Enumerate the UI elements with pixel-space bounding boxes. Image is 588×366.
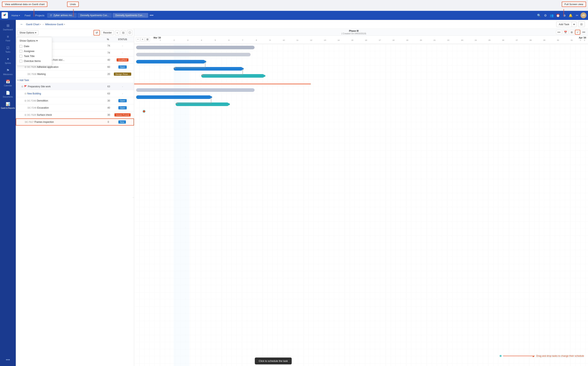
nav-more-tabs[interactable]: •••: [149, 13, 154, 17]
sidebar: ⊞ Dashboard ≡ Feed ☑ Tasks ✦ Sprints ⚑ M…: [0, 20, 16, 183]
gantt-icon: 📊: [6, 102, 10, 106]
gantt-mar-label: Mar '20: [154, 37, 294, 39]
sidebar-item-feed[interactable]: ≡ Feed: [0, 33, 16, 44]
status-badge-open: Open: [118, 65, 127, 69]
breadcrumb-gantt-label: Gantt Chart: [26, 23, 39, 26]
status-badge-open: Open: [118, 99, 127, 102]
task-name-cell: ⊙ DC-T629 Adhesive application: [17, 66, 105, 69]
gantt-bar-new-building[interactable]: [136, 88, 255, 92]
info-button[interactable]: ⓘ: [127, 30, 132, 36]
nav-tab-zylker[interactable]: ⏱ Zylker airlines mo...: [47, 13, 77, 18]
calendar-icon: 📅: [6, 79, 10, 84]
gantt-dot-t630: [263, 75, 265, 77]
task-id: DC-T630: [28, 73, 37, 75]
task-name-text[interactable]: Adhesive application: [37, 66, 59, 69]
expand-icon[interactable]: ⊙: [24, 99, 26, 102]
option-date[interactable]: Date: [20, 44, 49, 49]
breadcrumb-gantt-chart[interactable]: Gantt Chart ▾: [26, 23, 41, 26]
app-logo: [2, 12, 8, 19]
sidebar-item-tasks[interactable]: ☑ Tasks: [0, 44, 16, 55]
gantt-bar-t629[interactable]: [174, 67, 243, 70]
task-name-text[interactable]: Frames inspection: [35, 121, 54, 123]
gantt-bar-row2[interactable]: [136, 53, 251, 56]
sidebar-item-documents[interactable]: 📄 Documents: [0, 89, 16, 100]
task-name-cell: ⊙ DC-T248 Demolition: [17, 99, 105, 102]
back-button[interactable]: ←: [19, 22, 24, 26]
zoom-grid-button[interactable]: ⊞: [145, 37, 150, 41]
task-name-text[interactable]: Excavation: [37, 107, 49, 109]
checkbox-task-title[interactable]: [20, 55, 22, 58]
task-name-text-new-building[interactable]: New Building: [27, 92, 41, 95]
task-name-text[interactable]: Marking: [37, 73, 46, 76]
gantt-bar-row1[interactable]: [136, 46, 255, 49]
task-pct: 30: [105, 99, 113, 102]
breadcrumb-separator: ›: [43, 23, 44, 26]
sidebar-item-calendar[interactable]: 📅 Calendar: [0, 77, 16, 89]
option-overdue-label: Overdue Items: [24, 60, 41, 62]
table-row: DC-T249 Excavation 40 Open: [16, 104, 134, 111]
task-name-text[interactable]: Surface check: [37, 114, 52, 116]
gantt-bar-t601[interactable]: [136, 60, 205, 63]
task-status: -: [113, 52, 132, 54]
status-badge-design: Design Rese...: [114, 73, 131, 76]
add-task-link-1[interactable]: + Add Task: [16, 78, 134, 83]
documents-icon: 📄: [6, 91, 10, 95]
option-assignee[interactable]: Assignee: [20, 49, 49, 53]
sidebar-label-gantt: Gantt & Reports: [1, 107, 15, 109]
task-status: -: [113, 44, 132, 47]
undo-button[interactable]: ↺: [94, 30, 100, 36]
gantt-date-header: − + ⊞ Mar '20 Apr '20: [134, 36, 294, 44]
task-name-text[interactable]: Preparatory Site work: [28, 85, 50, 88]
table-row: ⊙ 🚩 Preparatory Site work 63 -: [16, 83, 134, 90]
gantt-bar-t248[interactable]: [136, 95, 211, 99]
highlight-column: [174, 44, 189, 183]
header-pct: %: [104, 38, 112, 41]
link-button[interactable]: ⛓: [121, 30, 126, 35]
table-row: DC-T630 Marking 20 Design Rese...: [16, 70, 134, 78]
zoom-in-button[interactable]: +: [141, 37, 145, 41]
expand-icon[interactable]: ⊙: [21, 85, 23, 88]
task-name-text[interactable]: Demolition: [37, 99, 48, 102]
show-options-button[interactable]: Show Options ▾: [17, 30, 39, 35]
gantt-bar-t249[interactable]: [176, 102, 229, 106]
nav-home[interactable]: Home ▾: [9, 13, 22, 18]
sidebar-item-dashboard[interactable]: ⊞ Dashboard: [0, 22, 16, 33]
task-name-cell: DC-T617 Frames inspection: [18, 121, 104, 123]
checkbox-assignee[interactable]: [20, 50, 22, 53]
task-id: DC-T248: [27, 99, 36, 102]
sidebar-item-gantt[interactable]: 📊 Gantt & Reports: [0, 100, 16, 111]
nav-feed[interactable]: Feed: [23, 13, 32, 18]
top-nav: Home ▾ Feed Projects ⏱ Zylker airlines m…: [0, 11, 294, 20]
grid-background: [134, 44, 294, 183]
nav-tab-donnelly2[interactable]: Donnelly Apartments Cons...: [113, 13, 148, 18]
option-overdue[interactable]: Overdue Items: [20, 59, 49, 63]
sidebar-item-sprints[interactable]: ✦ Sprints: [0, 55, 16, 66]
expand-icon[interactable]: ⊙: [24, 66, 26, 69]
gantt-header: Phase III ( Created On 04/03/2019) ≡≡ 📅 …: [134, 29, 294, 44]
expand-icon[interactable]: ⊙: [24, 92, 26, 95]
priority-icon: 🚩: [24, 85, 27, 88]
gantt-header-top: Phase III ( Created On 04/03/2019) ≡≡ 📅 …: [134, 29, 294, 36]
expand-icon[interactable]: ⊙: [24, 114, 26, 116]
checkbox-date[interactable]: [20, 45, 22, 48]
checkbox-overdue[interactable]: [20, 60, 22, 62]
gantt-bar-t630[interactable]: [201, 74, 264, 78]
main-area: ⊞ Dashboard ≡ Feed ☑ Tasks ✦ Sprints ⚑ M…: [0, 20, 294, 183]
option-task-title[interactable]: Task Title: [20, 53, 49, 59]
header-status: STATUS: [113, 38, 132, 41]
app-wrapper: Home ▾ Feed Projects ⏱ Zylker airlines m…: [0, 11, 294, 183]
nav-projects[interactable]: Projects: [33, 13, 46, 18]
undo-icon: ↺: [95, 31, 98, 34]
nav-tab-donnelly1[interactable]: Donnelly Apartments Con...: [78, 13, 112, 18]
breadcrumb-milestone-gantt[interactable]: Milestone Gantt ▾: [45, 23, 65, 26]
task-status: Open: [113, 99, 132, 102]
sidebar-item-milestones[interactable]: ⚑ Milestones: [0, 66, 16, 77]
add-task-inline-button[interactable]: +: [115, 30, 119, 35]
reorder-button[interactable]: Reorder: [101, 30, 114, 35]
gantt-months: Mar '20 Apr '20 123456789101112131415161…: [136, 37, 294, 41]
task-name-cell: ⊙ DC-T628 Surface check: [17, 114, 105, 116]
zoom-out-button[interactable]: −: [136, 37, 140, 41]
task-pct: 63: [105, 92, 113, 95]
show-options-title[interactable]: Show Options ▾: [20, 39, 49, 42]
gantt-svg: [134, 44, 294, 183]
